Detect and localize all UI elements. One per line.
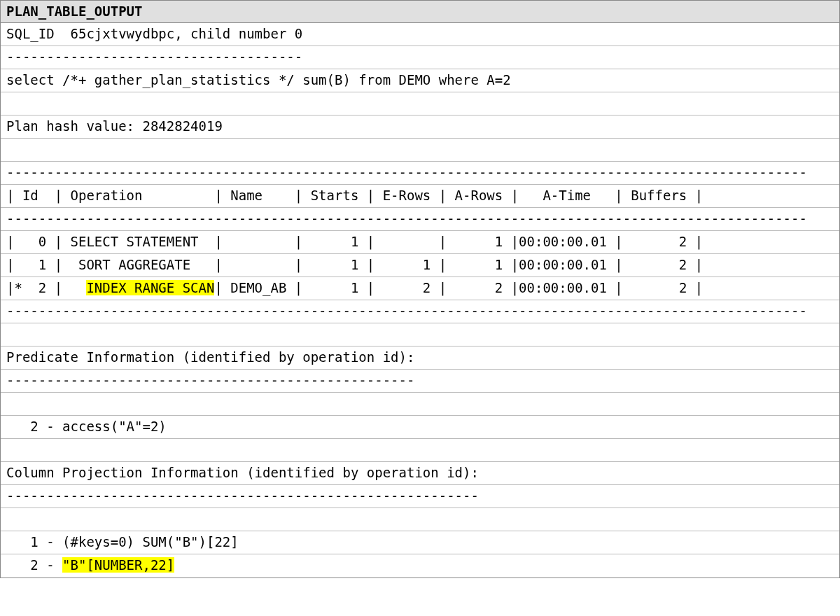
projection-line-1: 1 - (#keys=0) SUM("B")[22]: [1, 531, 839, 554]
blank-line: [1, 508, 839, 531]
predicate-line-2: 2 - access("A"=2): [1, 416, 839, 439]
column-projection-header: Column Projection Information (identifie…: [1, 462, 839, 485]
plan-divider-top: ----------------------------------------…: [1, 162, 839, 185]
plan-row-2-suffix: | DEMO_AB | 1 | 2 | 2 |00:00:00.01 | 2 |: [214, 280, 703, 295]
plan-row-2-prefix: |* 2 |: [6, 280, 86, 295]
plan-row-2: |* 2 | INDEX RANGE SCAN| DEMO_AB | 1 | 2…: [1, 277, 839, 300]
plan-divider-mid: ----------------------------------------…: [1, 208, 839, 231]
predicate-info-header: Predicate Information (identified by ope…: [1, 346, 839, 370]
projection-line-2-prefix: 2 -: [6, 557, 62, 573]
projection-line-2: 2 - "B"[NUMBER,22]: [1, 554, 839, 578]
plan-hash-line: Plan hash value: 2842824019: [1, 115, 839, 139]
b-number-highlight: "B"[NUMBER,22]: [62, 557, 174, 573]
plan-row-1: | 1 | SORT AGGREGATE | | 1 | 1 | 1 |00:0…: [1, 254, 839, 277]
blank-line: [1, 323, 839, 346]
blank-line: [1, 139, 839, 162]
divider-line: -------------------------------------: [1, 46, 839, 69]
plan-columns-header: | Id | Operation | Name | Starts | E-Row…: [1, 185, 839, 208]
blank-line: [1, 439, 839, 462]
blank-line: [1, 393, 839, 416]
plan-divider-bottom: ----------------------------------------…: [1, 300, 839, 323]
index-range-scan-highlight: INDEX RANGE SCAN: [86, 280, 214, 295]
sql-id-line: SQL_ID 65cjxtvwydbpc, child number 0: [1, 23, 839, 46]
plan-row-0: | 0 | SELECT STATEMENT | | 1 | | 1 |00:0…: [1, 231, 839, 254]
plan-table-output: PLAN_TABLE_OUTPUT SQL_ID 65cjxtvwydbpc, …: [0, 0, 840, 578]
blank-line: [1, 92, 839, 115]
predicate-info-divider: ----------------------------------------…: [1, 370, 839, 393]
table-header: PLAN_TABLE_OUTPUT: [1, 1, 839, 23]
sql-text-line: select /*+ gather_plan_statistics */ sum…: [1, 69, 839, 92]
column-projection-divider: ----------------------------------------…: [1, 485, 839, 508]
